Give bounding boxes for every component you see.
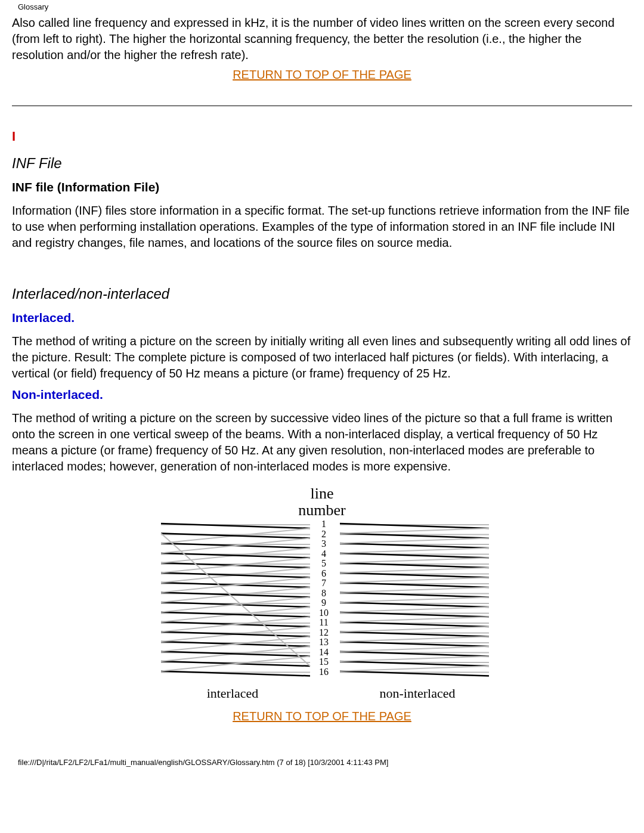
inf-file-subtitle: INF file (Information File)	[12, 180, 632, 194]
noninterlaced-paragraph: The method of writing a picture on the s…	[12, 410, 632, 475]
diagram-title-top: line	[311, 485, 334, 502]
noninterlaced-label: Non-interlaced.	[12, 388, 632, 402]
svg-text:13: 13	[319, 637, 329, 647]
return-to-top-link-2[interactable]: RETURN TO TOP OF THE PAGE	[12, 710, 632, 723]
svg-line-101	[340, 587, 489, 593]
return-to-top-link[interactable]: RETURN TO TOP OF THE PAGE	[12, 68, 632, 82]
interlaced-caption: interlaced	[207, 686, 259, 701]
svg-line-108	[340, 657, 489, 662]
svg-text:16: 16	[319, 667, 329, 677]
svg-text:15: 15	[319, 657, 329, 667]
svg-text:9: 9	[321, 597, 326, 608]
svg-line-97	[340, 548, 489, 553]
svg-line-105	[340, 627, 489, 632]
divider	[12, 106, 632, 106]
svg-text:11: 11	[319, 617, 328, 627]
interlaced-paragraph: The method of writing a picture on the s…	[12, 333, 632, 382]
svg-text:8: 8	[321, 588, 326, 598]
footer-path: file:///D|/rita/LF2/LF2/LFa1/multi_manua…	[12, 728, 632, 773]
svg-text:7: 7	[321, 578, 326, 588]
inf-file-paragraph: Information (INF) files store informatio…	[12, 203, 632, 251]
interlaced-title: Interlaced/non-interlaced	[12, 286, 632, 302]
svg-text:12: 12	[319, 627, 329, 637]
svg-line-104	[340, 617, 489, 623]
svg-line-96	[340, 538, 489, 544]
interlace-diagram: line number 12345678910111213141516 inte…	[12, 483, 632, 704]
svg-line-99	[340, 568, 489, 573]
svg-text:14: 14	[319, 647, 329, 657]
svg-line-103	[340, 607, 489, 612]
svg-text:1: 1	[321, 519, 326, 529]
svg-text:5: 5	[321, 558, 326, 568]
svg-line-100	[340, 578, 489, 583]
svg-line-107	[340, 646, 489, 652]
line-number-group: 12345678910111213141516	[319, 519, 329, 677]
svg-line-98	[340, 558, 489, 563]
svg-text:10: 10	[319, 608, 329, 618]
noninterlaced-caption: non-interlaced	[379, 686, 455, 701]
svg-line-102	[340, 597, 489, 603]
section-letter: I	[12, 129, 632, 144]
svg-text:2: 2	[321, 529, 326, 539]
svg-line-109	[340, 666, 489, 671]
svg-line-95	[340, 528, 489, 534]
intro-paragraph: Also called line frequency and expressed…	[12, 15, 632, 63]
page-header: Glossary	[12, 0, 632, 14]
svg-line-106	[340, 637, 489, 642]
inf-file-title: INF File	[12, 155, 632, 172]
svg-text:3: 3	[321, 538, 326, 549]
interlaced-label: Interlaced.	[12, 311, 632, 325]
svg-text:4: 4	[321, 549, 326, 559]
svg-text:6: 6	[321, 568, 326, 578]
diagram-title-bottom: number	[298, 501, 346, 519]
